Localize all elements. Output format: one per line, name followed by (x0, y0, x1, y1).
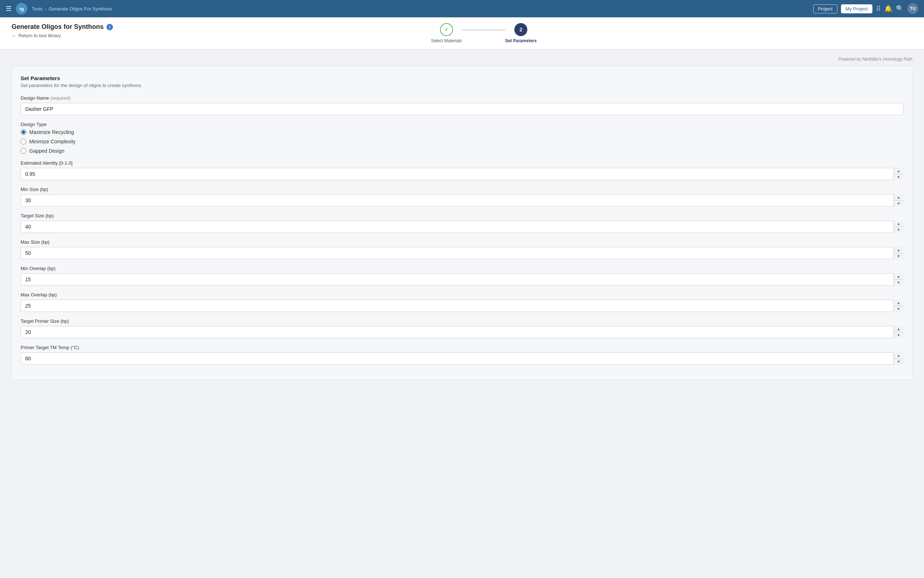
min-size-input[interactable] (21, 194, 903, 206)
primer-target-tm-input[interactable] (21, 352, 903, 365)
radio-maximize-recycling-input[interactable] (21, 129, 26, 135)
target-primer-size-input[interactable] (21, 326, 903, 338)
breadcrumb-current: Generate Oligos For Synthons (49, 6, 112, 11)
radio-gapped-design-input[interactable] (21, 148, 26, 154)
menu-icon[interactable]: ☰ (6, 5, 11, 13)
min-size-spinner: ▲ ▼ (893, 194, 903, 206)
primer-target-tm-spinner: ▲ ▼ (893, 352, 903, 365)
step-set-parameters: 2 Set Parameters (505, 23, 537, 43)
estimated-identity-up[interactable]: ▲ (894, 168, 903, 174)
min-overlap-down[interactable]: ▼ (894, 280, 903, 286)
target-size-spinner: ▲ ▼ (893, 221, 903, 233)
back-link[interactable]: ← Return to tool library (11, 33, 113, 38)
search-icon[interactable]: 🔍 (896, 5, 904, 13)
primer-target-tm-field-group: Primer Target TM Temp (°C) ▲ ▼ (21, 345, 903, 365)
project-button[interactable]: Project (813, 4, 837, 13)
breadcrumb: Tools › Generate Oligos For Synthons (32, 6, 112, 11)
target-size-field-group: Target Size (bp) ▲ ▼ (21, 213, 903, 233)
stepper: ✓ Select Materials 2 Set Parameters (431, 23, 537, 43)
back-arrow-icon: ← (11, 33, 16, 38)
step-2-circle: 2 (514, 23, 527, 36)
breadcrumb-sep-1: › (45, 6, 46, 11)
design-name-input[interactable] (21, 103, 903, 115)
radio-maximize-recycling[interactable]: Maximize Recycling (21, 129, 903, 135)
target-primer-size-label: Target Primer Size (bp) (21, 318, 903, 324)
max-overlap-wrapper: ▲ ▼ (21, 300, 903, 312)
design-name-field-group: Design Name (required) (21, 95, 903, 115)
max-overlap-input[interactable] (21, 300, 903, 312)
primer-target-tm-label: Primer Target TM Temp (°C) (21, 345, 903, 350)
min-size-down[interactable]: ▼ (894, 201, 903, 207)
radio-minimize-complexity-label: Minimize Complexity (29, 139, 75, 144)
primer-target-tm-up[interactable]: ▲ (894, 352, 903, 359)
primer-target-tm-down[interactable]: ▼ (894, 359, 903, 365)
min-overlap-label: Min Overlap (bp) (21, 266, 903, 271)
estimated-identity-down[interactable]: ▼ (894, 174, 903, 180)
design-type-field-group: Design Type Maximize Recycling Minimize … (21, 122, 903, 154)
page-header: Generate Oligos for Synthons i ← Return … (0, 17, 924, 49)
info-icon[interactable]: i (107, 24, 113, 30)
target-size-label: Target Size (bp) (21, 213, 903, 218)
form-card: Set Parameters Set parameters for the de… (11, 66, 913, 380)
max-size-label: Max Size (bp) (21, 239, 903, 245)
target-primer-size-spinner: ▲ ▼ (893, 326, 903, 338)
target-primer-size-up[interactable]: ▲ (894, 326, 903, 333)
powered-by: Powered by NinthBio's Homology Path (11, 57, 913, 62)
max-overlap-label: Max Overlap (bp) (21, 292, 903, 297)
estimated-identity-spinner: ▲ ▼ (893, 168, 903, 180)
step-1-label: Select Materials (431, 38, 462, 43)
max-size-spinner: ▲ ▼ (893, 247, 903, 259)
my-project-button[interactable]: My Project (841, 4, 872, 13)
min-size-wrapper: ▲ ▼ (21, 194, 903, 206)
radio-maximize-recycling-label: Maximize Recycling (29, 129, 74, 135)
step-2-label: Set Parameters (505, 38, 537, 43)
breadcrumb-tools[interactable]: Tools (32, 6, 42, 11)
design-name-label: Design Name (required) (21, 95, 903, 101)
step-connector (462, 29, 505, 30)
target-size-down[interactable]: ▼ (894, 227, 903, 233)
target-size-wrapper: ▲ ▼ (21, 221, 903, 233)
min-overlap-input[interactable] (21, 273, 903, 286)
page-title: Generate Oligos for Synthons i (11, 23, 113, 31)
form-section-desc: Set parameters for the design of oligos … (21, 83, 903, 88)
estimated-identity-wrapper: ▲ ▼ (21, 168, 903, 180)
radio-minimize-complexity[interactable]: Minimize Complexity (21, 139, 903, 144)
radio-gapped-design-label: Gapped Design (29, 148, 64, 154)
design-type-label: Design Type (21, 122, 903, 127)
min-overlap-up[interactable]: ▲ (894, 273, 903, 280)
max-size-field-group: Max Size (bp) ▲ ▼ (21, 239, 903, 259)
max-size-up[interactable]: ▲ (894, 247, 903, 253)
required-indicator: (required) (50, 95, 70, 101)
target-size-up[interactable]: ▲ (894, 221, 903, 227)
max-overlap-down[interactable]: ▼ (894, 306, 903, 312)
min-overlap-spinner: ▲ ▼ (893, 273, 903, 286)
barcode-icon[interactable]: ⠿ (876, 5, 881, 13)
radio-minimize-complexity-input[interactable] (21, 139, 26, 144)
max-size-down[interactable]: ▼ (894, 253, 903, 260)
min-overlap-field-group: Min Overlap (bp) ▲ ▼ (21, 266, 903, 286)
target-size-input[interactable] (21, 221, 903, 233)
estimated-identity-label: Estimated Identity [0-1.0] (21, 160, 903, 166)
notification-icon[interactable]: 🔔 (884, 5, 892, 13)
estimated-identity-field-group: Estimated Identity [0-1.0] ▲ ▼ (21, 160, 903, 180)
step-1-circle: ✓ (440, 23, 453, 36)
max-size-wrapper: ▲ ▼ (21, 247, 903, 259)
page-title-area: Generate Oligos for Synthons i ← Return … (11, 23, 113, 38)
max-overlap-spinner: ▲ ▼ (893, 300, 903, 312)
target-primer-size-down[interactable]: ▼ (894, 333, 903, 339)
radio-gapped-design[interactable]: Gapped Design (21, 148, 903, 154)
target-primer-size-field-group: Target Primer Size (bp) ▲ ▼ (21, 318, 903, 338)
max-size-input[interactable] (21, 247, 903, 259)
topnav: ☰ tg Tools › Generate Oligos For Synthon… (0, 0, 924, 17)
min-size-field-group: Min Size (bp) ▲ ▼ (21, 187, 903, 206)
form-section-title: Set Parameters (21, 75, 903, 81)
target-primer-size-wrapper: ▲ ▼ (21, 326, 903, 338)
avatar[interactable]: TU (908, 3, 918, 14)
main-content: Powered by NinthBio's Homology Path Set … (0, 49, 924, 387)
estimated-identity-input[interactable] (21, 168, 903, 180)
step-select-materials: ✓ Select Materials (431, 23, 462, 43)
min-size-up[interactable]: ▲ (894, 194, 903, 201)
logo: tg (16, 3, 28, 15)
min-overlap-wrapper: ▲ ▼ (21, 273, 903, 286)
max-overlap-up[interactable]: ▲ (894, 300, 903, 306)
